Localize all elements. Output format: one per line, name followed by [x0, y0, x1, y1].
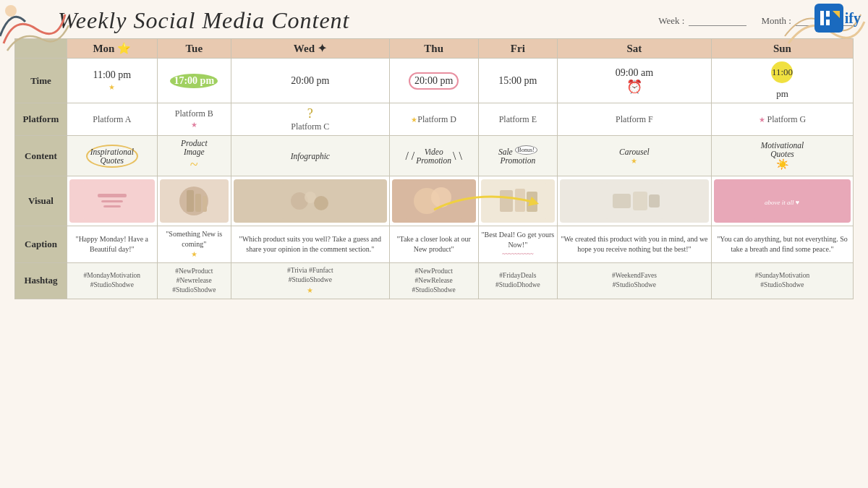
header-row: Weekly Social Media Content Week : Month… — [14, 7, 854, 34]
hashtag-label: Hashtag — [15, 263, 67, 299]
time-sat: 09:00 am ⏰ — [557, 59, 711, 103]
hashtag-row: Hashtag #MondayMotivation#StudioShodwe #… — [15, 263, 854, 299]
content-tue: ProductImage ~ — [157, 136, 231, 176]
svg-rect-29 — [649, 194, 660, 207]
caption-label: Caption — [15, 226, 67, 263]
content-mon: InspirationalQuotes — [67, 136, 158, 176]
svg-point-18 — [314, 196, 328, 210]
caption-fri: "Best Deal! Go get yours Now!" ~~~~~~~~~… — [478, 226, 557, 263]
platform-tue: Platform B ★ — [157, 103, 231, 136]
svg-rect-14 — [203, 196, 207, 212]
corner-cell — [15, 39, 67, 59]
svg-rect-24 — [515, 189, 525, 212]
logo-icon — [814, 4, 843, 33]
hashtag-mon: #MondayMotivation#StudioShodwe — [67, 263, 158, 299]
day-wed: Wed ✦ — [231, 39, 389, 59]
hashtag-wed: #Trivia #Funfact#StudioShodwe ★ — [231, 263, 389, 299]
content-fri: Sale Bonus! Promotion — [478, 136, 557, 176]
svg-point-21 — [431, 187, 451, 207]
time-mon: 11:00 pm ★ — [67, 59, 158, 103]
time-thu: 20:00 pm — [389, 59, 478, 103]
platform-wed: ? Platform C — [231, 103, 389, 136]
svg-rect-12 — [187, 190, 194, 212]
visual-sat — [557, 176, 711, 226]
time-label: Time — [15, 59, 67, 103]
day-sun: Sun — [711, 39, 853, 59]
caption-mon: "Happy Monday! Have a Beautiful day!" — [67, 226, 158, 263]
page-container: ify Weekly Social Media Content Week : M… — [0, 0, 868, 488]
content-wed: Infographic — [231, 136, 389, 176]
visual-fri — [478, 176, 557, 226]
content-sun: MotivationalQuotes ☀️ — [711, 136, 853, 176]
svg-rect-27 — [613, 194, 631, 208]
time-row: Time 11:00 pm ★ 17:00 pm 20:00 pm 20:00 … — [15, 59, 854, 103]
day-tue: Tue — [157, 39, 231, 59]
logo-area: ify — [814, 4, 861, 33]
content-thu: / / VideoPromotion \ \ — [389, 136, 478, 176]
caption-wed: "Which product suits you well? Take a gu… — [231, 226, 389, 263]
visual-thu — [389, 176, 478, 226]
day-mon: Mon ⭐ — [67, 39, 158, 59]
platform-sat: Platform F — [557, 103, 711, 136]
calendar-table: Mon ⭐ Tue Wed ✦ Thu Fri Sat Sun Time 11:… — [14, 38, 854, 299]
platform-mon: Platform A — [67, 103, 158, 136]
header-row-days: Mon ⭐ Tue Wed ✦ Thu Fri Sat Sun — [15, 39, 854, 59]
platform-label: Platform — [15, 103, 67, 136]
time-wed: 20:00 pm — [231, 59, 389, 103]
platform-fri: Platform E — [478, 103, 557, 136]
week-label: Week : — [658, 15, 746, 27]
visual-wed — [231, 176, 389, 226]
time-tue: 17:00 pm — [157, 59, 231, 103]
content-row: Content InspirationalQuotes ProductImage… — [15, 136, 854, 176]
platform-sun: ★ Platform G — [711, 103, 853, 136]
visual-tue — [157, 176, 231, 226]
visual-label: Visual — [15, 176, 67, 226]
hashtag-fri: #FridayDeals#StudioDhodwe — [478, 263, 557, 299]
platform-row: Platform Platform A Platform B ★ ? Platf… — [15, 103, 854, 136]
caption-tue: "Something New is coming" ★ — [157, 226, 231, 263]
hashtag-thu: #NewProduct#NewRelease#StudioShodwe — [389, 263, 478, 299]
caption-sun: "You can do anything, but not everything… — [711, 226, 853, 263]
caption-row: Caption "Happy Monday! Have a Beautiful … — [15, 226, 854, 263]
svg-rect-8 — [101, 200, 123, 202]
day-fri: Fri — [478, 39, 557, 59]
day-sat: Sat — [557, 39, 711, 59]
caption-thu: "Take a closer look at our New product" — [389, 226, 478, 263]
svg-rect-23 — [500, 190, 513, 212]
svg-text:above it all ♥: above it all ♥ — [765, 199, 799, 206]
svg-rect-13 — [195, 194, 201, 212]
svg-rect-4 — [826, 20, 830, 25]
logo-text: ify — [845, 10, 861, 27]
svg-rect-3 — [826, 11, 830, 17]
visual-sun: above it all ♥ — [711, 176, 853, 226]
svg-rect-28 — [633, 192, 647, 210]
caption-sat: "We created this product with you in min… — [557, 226, 711, 263]
platform-thu: ★Platform D — [389, 103, 478, 136]
hashtag-sun: #SundayMotivation#StudioShodwe — [711, 263, 853, 299]
week-field[interactable] — [689, 16, 746, 26]
visual-row: Visual — [15, 176, 854, 226]
svg-rect-7 — [98, 194, 127, 197]
content-label: Content — [15, 136, 67, 176]
visual-mon — [67, 176, 158, 226]
svg-rect-2 — [820, 11, 824, 25]
time-fri: 15:00 pm — [478, 59, 557, 103]
hashtag-tue: #NewProduct#Newrelease#StudioShodwe — [157, 263, 231, 299]
day-thu: Thu — [389, 39, 478, 59]
content-sat: Carousel ★ — [557, 136, 711, 176]
time-sun: 11:00 pm — [711, 59, 853, 103]
svg-rect-9 — [103, 205, 121, 207]
svg-rect-1 — [814, 4, 843, 33]
svg-rect-25 — [527, 192, 537, 212]
page-title: Weekly Social Media Content — [58, 7, 349, 34]
hashtag-sat: #WeekendFaves#StudioShodwe — [557, 263, 711, 299]
